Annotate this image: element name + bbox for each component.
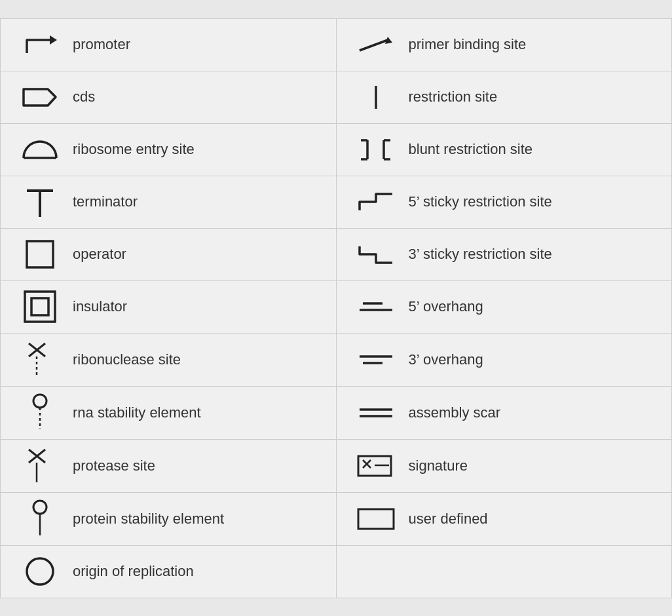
- cell-assembly-scar: assembly scar: [336, 386, 671, 439]
- sticky-3-restriction-site-icon: [350, 240, 402, 269]
- primer-binding-site-label: primer binding site: [402, 36, 527, 53]
- protease-site-label: protease site: [66, 457, 155, 474]
- restriction-site-label: restriction site: [402, 88, 498, 106]
- blunt-restriction-site-icon: [350, 135, 402, 164]
- svg-marker-3: [24, 89, 56, 106]
- cell-protein-stability-element: protein stability element: [1, 492, 337, 545]
- 5-overhang-icon: [350, 297, 402, 317]
- ribonuclease-site-label: ribonuclease site: [66, 351, 181, 368]
- sticky-5-restriction-site-icon: [350, 187, 402, 217]
- cell-signature: signature: [336, 439, 671, 492]
- cell-ribonuclease-site: ribonuclease site: [1, 333, 337, 386]
- signature-icon: [350, 451, 402, 480]
- ribosome-entry-site-icon: [14, 135, 66, 164]
- cell-insulator: insulator: [1, 280, 337, 333]
- 3-overhang-icon: [350, 350, 402, 370]
- ribonuclease-site-icon: [14, 340, 66, 379]
- restriction-site-icon: [350, 83, 402, 112]
- svg-marker-0: [50, 35, 57, 45]
- svg-rect-14: [27, 241, 53, 267]
- rna-stability-element-label: rna stability element: [66, 404, 201, 421]
- terminator-label: terminator: [66, 193, 138, 210]
- insulator-label: insulator: [66, 298, 127, 315]
- cell-protease-site: protease site: [1, 439, 337, 492]
- cell-terminator: terminator: [1, 176, 337, 228]
- cell-3-overhang: 3’ overhang: [336, 333, 671, 386]
- blunt-restriction-site-label: blunt restriction site: [402, 141, 533, 158]
- cell-promoter: promoter: [1, 18, 337, 71]
- cell-restriction-site: restriction site: [336, 71, 671, 123]
- operator-icon: [14, 238, 66, 271]
- user-defined-icon: [350, 506, 402, 532]
- cell-3-sticky: 3’ sticky restriction site: [336, 228, 671, 280]
- cds-icon: [14, 83, 66, 112]
- rna-stability-element-icon: [14, 393, 66, 433]
- ribosome-entry-site-label: ribosome entry site: [66, 141, 195, 158]
- svg-rect-16: [31, 298, 48, 315]
- cell-cds: cds: [1, 71, 337, 123]
- terminator-icon: [14, 184, 66, 220]
- cell-5-sticky: 5’ sticky restriction site: [336, 176, 671, 228]
- promoter-label: promoter: [66, 36, 130, 53]
- svg-rect-15: [25, 292, 55, 322]
- cell-ribosome-entry-site: ribosome entry site: [1, 123, 337, 176]
- svg-point-35: [33, 501, 47, 514]
- svg-point-24: [33, 395, 47, 408]
- 5-overhang-label: 5’ overhang: [402, 298, 483, 315]
- svg-rect-37: [358, 509, 394, 529]
- protease-site-icon: [14, 446, 66, 486]
- origin-of-replication-label: origin of replication: [66, 563, 194, 580]
- cell-rna-stability-element: rna stability element: [1, 386, 337, 439]
- cell-origin-of-replication: origin of replication: [1, 545, 337, 598]
- operator-label: operator: [66, 246, 126, 263]
- insulator-icon: [14, 290, 66, 324]
- assembly-scar-label: assembly scar: [402, 404, 501, 421]
- cds-label: cds: [66, 88, 95, 106]
- legend-table: promoter primer binding site: [0, 18, 672, 598]
- origin-of-replication-icon: [14, 555, 66, 588]
- cell-blunt-restriction-site: blunt restriction site: [336, 123, 671, 176]
- cell-primer-binding-site: primer binding site: [336, 18, 671, 71]
- svg-line-1: [360, 40, 388, 50]
- cell-5-overhang: 5’ overhang: [336, 280, 671, 333]
- 3-overhang-label: 3’ overhang: [402, 351, 483, 368]
- protein-stability-element-label: protein stability element: [66, 510, 224, 528]
- 3-sticky-restriction-site-label: 3’ sticky restriction site: [402, 246, 552, 263]
- signature-label: signature: [402, 457, 468, 474]
- user-defined-label: user defined: [402, 510, 488, 528]
- primer-binding-site-icon: [350, 35, 402, 54]
- svg-point-38: [27, 558, 53, 585]
- assembly-scar-icon: [350, 403, 402, 423]
- 5-sticky-restriction-site-label: 5’ sticky restriction site: [402, 193, 552, 210]
- promoter-icon: [14, 30, 66, 60]
- cell-empty: [336, 545, 671, 598]
- cell-user-defined: user defined: [336, 492, 671, 545]
- protein-stability-element-icon: [14, 499, 66, 539]
- cell-operator: operator: [1, 228, 337, 280]
